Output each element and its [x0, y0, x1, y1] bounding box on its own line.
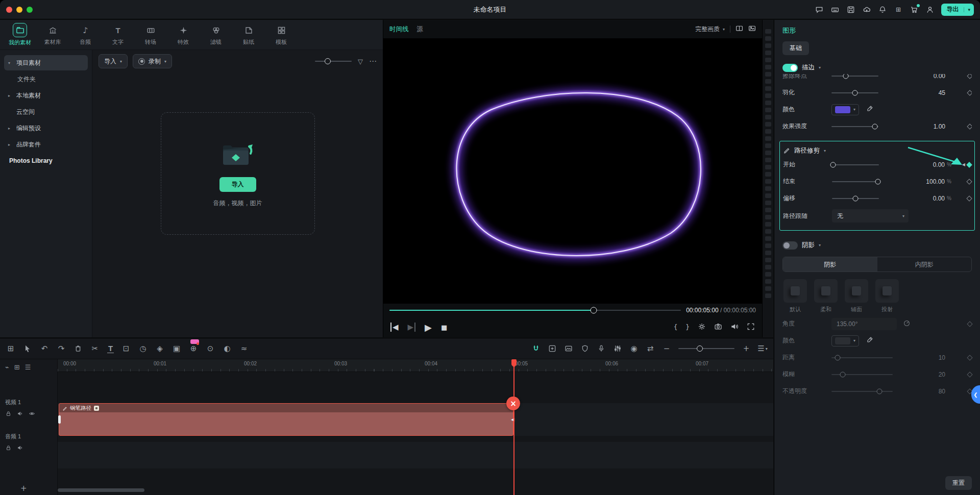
- scrollbar-thumb[interactable]: [58, 488, 144, 492]
- speed-icon[interactable]: ◷: [138, 344, 148, 353]
- play-icon[interactable]: ▶: [425, 322, 432, 333]
- keyframe-diamond-icon[interactable]: [967, 372, 972, 377]
- select-tool-icon[interactable]: [23, 344, 32, 353]
- tab-stickers[interactable]: 贴纸: [234, 23, 263, 46]
- hide-track-icon[interactable]: [29, 410, 35, 418]
- zoom-button[interactable]: [27, 7, 33, 13]
- preview-seekbar[interactable]: [389, 310, 681, 311]
- timeline-track-area[interactable]: 00:00 00:01 00:02 00:03 00:04 00:05 00:0…: [58, 359, 773, 495]
- color-swatch[interactable]: [835, 337, 850, 344]
- add-keyframe-icon[interactable]: [548, 344, 557, 353]
- collapse-caret-icon[interactable]: ▾: [819, 65, 821, 70]
- thumbnail-size-slider[interactable]: [315, 61, 352, 62]
- audio-stretch-icon[interactable]: ≈: [239, 344, 249, 353]
- tab-audio[interactable]: ♪ 音频: [70, 23, 100, 46]
- auto-ripple-icon[interactable]: ⌁: [5, 363, 9, 371]
- timeline-zoom-slider[interactable]: [678, 348, 734, 349]
- preset-cast[interactable]: 投射: [875, 279, 899, 313]
- sidebar-item-cloud[interactable]: 云空间: [4, 104, 88, 119]
- record-screen-icon[interactable]: ◉: [629, 344, 639, 353]
- mark-in-icon[interactable]: {: [674, 324, 678, 331]
- zoom-knob[interactable]: [697, 345, 703, 352]
- cart-icon[interactable]: [910, 5, 918, 14]
- playhead[interactable]: [513, 359, 514, 495]
- collapse-caret-icon[interactable]: ▾: [824, 148, 826, 153]
- previous-frame-icon[interactable]: ◀: [390, 323, 399, 332]
- preview-settings-icon[interactable]: [698, 323, 706, 332]
- reset-button[interactable]: 重置: [945, 476, 972, 490]
- preset-surface[interactable]: 辅面: [845, 279, 868, 313]
- color-swatch[interactable]: [835, 106, 850, 113]
- eyedropper-icon[interactable]: [866, 105, 873, 114]
- tab-inner-shadow[interactable]: 内阴影: [877, 257, 972, 271]
- keyframe-diamond-icon[interactable]: [967, 123, 972, 129]
- preview-canvas[interactable]: [383, 38, 762, 304]
- property-value[interactable]: 0.00: [918, 195, 945, 202]
- property-value[interactable]: 80: [919, 388, 945, 395]
- mute-icon[interactable]: [730, 323, 739, 332]
- tab-my-media[interactable]: 我的素材: [5, 23, 35, 46]
- mute-track-icon[interactable]: [17, 444, 23, 453]
- sidebar-item-presets[interactable]: ▸ 编辑预设: [4, 120, 88, 136]
- quality-dropdown[interactable]: 完整画质 ▾: [695, 25, 725, 34]
- text-tool-icon[interactable]: T: [107, 344, 114, 353]
- import-menu-button[interactable]: 导入 ▾: [99, 54, 128, 68]
- trim-end-slider[interactable]: [832, 181, 879, 182]
- keyframe-diamond-icon[interactable]: [966, 162, 972, 167]
- horizontal-scrollbar[interactable]: [58, 488, 773, 492]
- erase-end-slider[interactable]: [831, 76, 878, 77]
- slider-knob[interactable]: [325, 58, 331, 64]
- freeze-frame-icon[interactable]: ▣: [172, 344, 181, 353]
- sidebar-item-folder[interactable]: 文件夹: [4, 71, 88, 87]
- keyboard-shortcuts-icon[interactable]: [830, 5, 839, 14]
- collapse-caret-icon[interactable]: ▾: [8, 61, 13, 65]
- tab-timeline-preview[interactable]: 时间线: [389, 25, 409, 34]
- voiceover-mic-icon[interactable]: [597, 344, 606, 353]
- sidebar-item-local-media[interactable]: ▸ 本地素材: [4, 88, 88, 103]
- lock-icon[interactable]: [5, 444, 12, 453]
- next-frame-icon[interactable]: ▶: [408, 323, 416, 332]
- shadow-color-picker[interactable]: ▾: [831, 335, 859, 346]
- mark-out-icon[interactable]: }: [685, 324, 690, 331]
- stroke-toggle[interactable]: [782, 64, 798, 72]
- dropzone-import-button[interactable]: 导入: [219, 177, 256, 192]
- delete-icon[interactable]: [74, 344, 83, 353]
- cloud-upload-icon[interactable]: [862, 5, 871, 14]
- lock-icon[interactable]: [5, 410, 12, 418]
- import-dropzone[interactable]: 导入 音频，视频，图片: [161, 112, 315, 235]
- track-manager-icon[interactable]: ☰: [25, 363, 31, 371]
- media-browser-icon[interactable]: ⊞: [6, 344, 15, 353]
- eyedropper-icon[interactable]: [866, 336, 873, 345]
- timeline-ruler[interactable]: 00:00 00:01 00:02 00:03 00:04 00:05 00:0…: [58, 359, 773, 372]
- render-preview-icon[interactable]: [564, 344, 573, 353]
- keyframe-diamond-icon[interactable]: [967, 321, 972, 327]
- distance-slider[interactable]: [831, 357, 893, 358]
- delete-clip-badge[interactable]: ×: [506, 397, 520, 410]
- property-value[interactable]: 45: [919, 89, 945, 96]
- angle-dial-icon[interactable]: [903, 319, 911, 329]
- sidebar-item-photos-library[interactable]: Photos Library: [4, 153, 88, 168]
- property-value[interactable]: 0.00: [919, 74, 945, 80]
- stop-icon[interactable]: ■: [441, 324, 447, 331]
- snapshot-icon[interactable]: [714, 323, 722, 332]
- export-button[interactable]: 导出 ▾: [941, 4, 974, 16]
- property-value[interactable]: 1.00: [919, 123, 945, 130]
- path-follow-select[interactable]: 无 ▾: [832, 209, 909, 222]
- property-value[interactable]: 100.00: [918, 178, 945, 185]
- seekbar-knob[interactable]: [590, 307, 597, 314]
- feather-slider[interactable]: [831, 92, 878, 93]
- trim-offset-slider[interactable]: [832, 198, 879, 199]
- mask-icon[interactable]: [580, 344, 590, 353]
- playhead-handle[interactable]: [511, 359, 517, 365]
- keyframe-diamond-icon[interactable]: [967, 74, 972, 79]
- stroke-color-picker[interactable]: ▾: [831, 104, 859, 115]
- zoom-in-icon[interactable]: +: [742, 344, 751, 353]
- audio-mixer-icon[interactable]: [613, 344, 622, 353]
- rearrange-icon[interactable]: ⇄: [646, 344, 655, 353]
- clip-left-handle[interactable]: [58, 415, 61, 424]
- export-caret-icon[interactable]: ▾: [964, 7, 974, 12]
- split-view-icon[interactable]: [736, 24, 743, 34]
- preset-soft[interactable]: 柔和: [814, 279, 838, 313]
- split-icon[interactable]: ✂: [90, 344, 100, 353]
- filter-icon[interactable]: ▽: [358, 58, 363, 65]
